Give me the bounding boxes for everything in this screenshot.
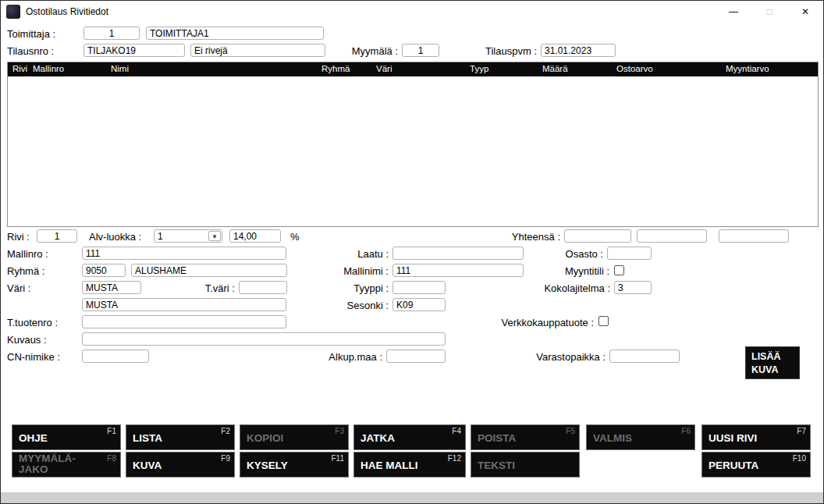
button-label: MYYMÄLÄ-JAKO bbox=[19, 453, 91, 477]
season-label: Sesonki : bbox=[297, 300, 389, 311]
row-number-label: Rivi : bbox=[7, 231, 30, 243]
fkey-label: F8 bbox=[107, 454, 116, 463]
col-nimi: Nimi bbox=[111, 64, 129, 73]
total-field-2[interactable] bbox=[637, 229, 707, 243]
group-name-field[interactable] bbox=[131, 264, 287, 277]
window-title: Ostotilaus Rivitiedot bbox=[26, 6, 108, 17]
storage-location-field[interactable] bbox=[609, 350, 680, 363]
fkey-label: F12 bbox=[448, 454, 461, 463]
type-label: Tyyppi : bbox=[297, 282, 389, 294]
image-button[interactable]: KUVA F9 bbox=[126, 452, 235, 477]
minimize-icon[interactable]: — bbox=[716, 1, 751, 22]
window-controls: — □ ✕ bbox=[716, 1, 823, 22]
add-image-label-line1: LISÄÄ bbox=[751, 350, 799, 364]
fkey-label: F2 bbox=[221, 427, 230, 435]
rows-table-body[interactable] bbox=[8, 76, 818, 226]
app-icon bbox=[6, 5, 20, 19]
vat-percent-field[interactable] bbox=[229, 229, 281, 243]
chevron-down-icon: ▾ bbox=[208, 231, 221, 241]
add-image-button[interactable]: LISÄÄ KUVA bbox=[745, 346, 800, 379]
model-name-label: Mallinimi : bbox=[297, 265, 389, 277]
color-field[interactable] bbox=[82, 281, 141, 294]
webshop-product-label: Verkkokauppatuote : bbox=[485, 317, 594, 328]
col-ryhma: Ryhmä bbox=[321, 64, 350, 73]
button-label: LISTA bbox=[133, 431, 162, 443]
order-date-label: Tilauspvm : bbox=[469, 45, 537, 57]
supplier-code-field[interactable] bbox=[83, 27, 140, 40]
model-name-field[interactable] bbox=[392, 264, 524, 277]
button-label: HAE MALLI bbox=[360, 459, 418, 470]
total-field-3[interactable] bbox=[719, 229, 789, 243]
button-label: KOPIOI bbox=[247, 431, 283, 443]
supplier-color-label: T.väri : bbox=[188, 282, 235, 294]
fkey-label: F5 bbox=[566, 427, 575, 435]
order-date-field[interactable] bbox=[541, 44, 616, 57]
vat-class-select[interactable]: 1 ▾ bbox=[154, 229, 222, 243]
row-number-field[interactable] bbox=[37, 229, 77, 243]
delete-button: POISTA F5 bbox=[471, 424, 580, 450]
order-rows-status-field[interactable] bbox=[190, 44, 325, 57]
add-image-label-line2: KUVA bbox=[751, 364, 799, 377]
maximize-icon: □ bbox=[751, 1, 787, 22]
order-number-field[interactable] bbox=[83, 44, 185, 57]
copy-button: KOPIOI F3 bbox=[240, 424, 349, 450]
title-bar: Ostotilaus Rivitiedot — □ ✕ bbox=[1, 1, 823, 22]
button-label: PERUUTA bbox=[709, 459, 758, 470]
supplier-color-field[interactable] bbox=[239, 281, 287, 294]
supplier-product-number-field[interactable] bbox=[82, 315, 286, 328]
col-rivi: Rivi bbox=[12, 64, 27, 73]
supplier-name-field[interactable] bbox=[146, 27, 324, 40]
col-maara: Määrä bbox=[542, 64, 568, 73]
fkey-label: F6 bbox=[681, 427, 691, 435]
fkey-label: F11 bbox=[332, 454, 345, 463]
col-myyntiarvo: Myyntiarvo bbox=[726, 64, 769, 73]
new-row-button[interactable]: UUSI RIVI F7 bbox=[701, 424, 811, 450]
storage-location-label: Varastopaikka : bbox=[516, 351, 606, 363]
quality-field[interactable] bbox=[392, 247, 524, 260]
supplier-product-number-label: T.tuotenro : bbox=[7, 317, 58, 328]
text-button: TEKSTI bbox=[471, 452, 580, 477]
color-name-field[interactable] bbox=[82, 298, 286, 311]
webshop-product-checkbox[interactable] bbox=[598, 316, 609, 326]
percent-sign: % bbox=[290, 231, 300, 243]
description-field[interactable] bbox=[82, 332, 446, 346]
vat-class-label: Alv-luokka : bbox=[89, 231, 141, 243]
color-label: Väri : bbox=[7, 282, 30, 294]
list-button[interactable]: LISTA F2 bbox=[126, 424, 235, 450]
cn-code-field[interactable] bbox=[82, 350, 149, 363]
total-field-1[interactable] bbox=[564, 229, 631, 243]
fkey-label: F9 bbox=[221, 454, 230, 463]
department-label: Osasto : bbox=[539, 248, 603, 260]
close-icon[interactable]: ✕ bbox=[787, 1, 823, 22]
origin-country-label: Alkup.maa : bbox=[321, 351, 382, 363]
col-ostoarvo: Ostoarvo bbox=[616, 64, 653, 73]
cancel-button[interactable]: PERUUTA F10 bbox=[701, 452, 811, 477]
continue-button[interactable]: JATKA F4 bbox=[353, 424, 466, 450]
order-number-label: Tilausnro : bbox=[7, 45, 54, 57]
origin-country-field[interactable] bbox=[386, 350, 446, 363]
department-field[interactable] bbox=[607, 247, 652, 260]
help-button[interactable]: OHJE F1 bbox=[12, 424, 121, 450]
season-field[interactable] bbox=[392, 298, 446, 311]
get-model-button[interactable]: HAE MALLI F12 bbox=[353, 452, 466, 477]
query-button[interactable]: KYSELY F11 bbox=[240, 452, 349, 477]
rows-table-header: Rivi Mallinro Nimi Ryhmä Väri Tyyp Määrä… bbox=[8, 62, 818, 76]
button-label: JATKA bbox=[360, 431, 395, 443]
sales-account-label: Myyntitili : bbox=[539, 265, 609, 277]
button-label: VALMIS bbox=[593, 431, 632, 443]
vat-class-value: 1 bbox=[158, 231, 163, 242]
type-field[interactable] bbox=[392, 281, 446, 294]
button-label: UUSI RIVI bbox=[709, 431, 757, 443]
model-number-field[interactable] bbox=[82, 247, 286, 260]
store-distribution-button: MYYMÄLÄ-JAKO F8 bbox=[12, 452, 121, 477]
group-code-field[interactable] bbox=[82, 264, 126, 277]
model-number-label: Mallinro : bbox=[7, 248, 48, 260]
size-assortment-field[interactable] bbox=[614, 281, 652, 294]
sales-account-checkbox[interactable] bbox=[614, 265, 624, 275]
fkey-label: F10 bbox=[793, 454, 806, 463]
store-field[interactable] bbox=[402, 44, 439, 57]
store-label: Myymälä : bbox=[336, 45, 398, 57]
status-bar bbox=[1, 492, 823, 504]
totals-label: Yhteensä : bbox=[500, 231, 560, 243]
col-mallinro: Mallinro bbox=[33, 64, 64, 73]
